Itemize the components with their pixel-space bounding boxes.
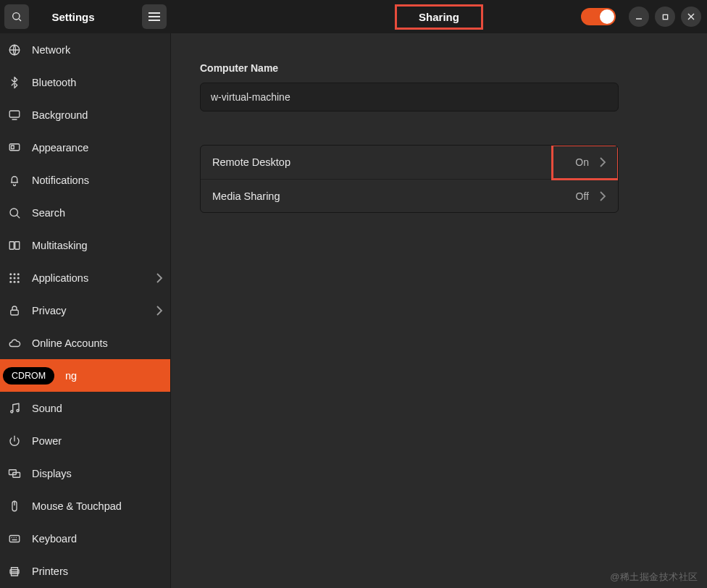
sidebar-item-privacy[interactable]: Privacy	[0, 294, 170, 327]
sidebar-item-label: Search	[32, 207, 65, 219]
bluetooth-icon	[7, 76, 22, 89]
sidebar-item-label: Sound	[32, 403, 62, 414]
minimize-button[interactable]	[629, 7, 649, 27]
svg-rect-4	[148, 20, 160, 21]
titlebar-right: Sharing	[171, 0, 707, 33]
sidebar-item-background[interactable]: Background	[0, 98, 170, 131]
search-icon	[7, 206, 22, 219]
printer-icon	[7, 565, 22, 578]
sidebar: NetworkBluetoothBackgroundAppearanceNoti…	[0, 33, 171, 588]
sidebar-item-label: ng	[65, 370, 77, 382]
computer-name-label: Computer Name	[200, 62, 678, 74]
chevron-right-icon	[599, 157, 606, 167]
sidebar-item-search[interactable]: Search	[0, 196, 170, 229]
content: Computer Name Remote DesktopOnMedia Shar…	[171, 33, 707, 588]
sidebar-item-displays[interactable]: Displays	[0, 457, 170, 490]
sidebar-item-notifications[interactable]: Notifications	[0, 164, 170, 196]
sidebar-item-online-accounts[interactable]: Online Accounts	[0, 327, 170, 359]
settings-title: Settings	[10, 11, 136, 23]
close-button[interactable]	[681, 7, 701, 27]
sidebar-item-multitasking[interactable]: Multitasking	[0, 229, 170, 261]
svg-point-18	[9, 273, 12, 275]
minimize-icon	[635, 13, 643, 20]
computer-name-field[interactable]	[200, 83, 619, 112]
page-title: Sharing	[395, 4, 483, 30]
svg-line-15	[17, 215, 19, 217]
svg-point-20	[17, 273, 20, 275]
hamburger-icon	[148, 12, 160, 22]
music-icon	[7, 402, 22, 415]
svg-rect-39	[9, 535, 20, 542]
svg-point-34	[17, 409, 19, 411]
svg-rect-10	[9, 111, 20, 117]
lock-icon	[7, 304, 22, 317]
power-icon	[7, 434, 22, 448]
svg-rect-2	[148, 12, 160, 14]
svg-point-26	[17, 280, 20, 282]
svg-point-24	[9, 280, 12, 282]
sidebar-item-label: Multitasking	[32, 240, 88, 251]
sidebar-item-appearance[interactable]: Appearance	[0, 131, 170, 164]
sharing-master-toggle[interactable]	[581, 8, 616, 25]
keyboard-icon	[7, 532, 22, 545]
sidebar-item-label: Bluetooth	[32, 77, 76, 88]
sharing-row-state: On	[575, 156, 589, 168]
sharing-row-state: Off	[576, 190, 589, 202]
display-icon	[7, 109, 22, 122]
maximize-icon	[662, 14, 669, 20]
sharing-row-label: Media Sharing	[212, 190, 280, 202]
svg-point-33	[11, 411, 13, 413]
sidebar-item-label: Displays	[32, 468, 72, 479]
sidebar-item-label: Privacy	[32, 305, 67, 316]
chevron-right-icon	[156, 273, 163, 283]
svg-rect-17	[15, 241, 20, 249]
sidebar-item-label: Power	[32, 435, 62, 447]
svg-point-19	[14, 273, 16, 275]
svg-point-23	[17, 277, 20, 279]
sidebar-item-label: Printers	[32, 566, 68, 577]
sidebar-item-label: Mouse & Touchpad	[32, 500, 122, 512]
displays-icon	[7, 467, 22, 480]
svg-rect-27	[11, 310, 19, 315]
maximize-button[interactable]	[655, 7, 675, 27]
sidebar-item-label: Background	[32, 109, 88, 121]
appearance-icon	[7, 141, 22, 154]
cdrom-tooltip: CDROM	[3, 367, 54, 385]
sidebar-item-sound[interactable]: Sound	[0, 392, 170, 424]
sidebar-item-network[interactable]: Network	[0, 33, 170, 66]
sidebar-item-bluetooth[interactable]: Bluetooth	[0, 66, 170, 98]
sidebar-item-printers[interactable]: Printers	[0, 555, 170, 587]
svg-rect-13	[12, 146, 14, 149]
titlebar: Settings Sharing	[0, 0, 707, 33]
grid-icon	[7, 272, 22, 285]
sidebar-item-sharing[interactable]: ngCDROM	[0, 359, 170, 392]
mouse-icon	[7, 500, 22, 513]
sharing-row-remote-desktop[interactable]: Remote DesktopOn	[201, 146, 618, 179]
svg-rect-3	[148, 16, 160, 17]
sidebar-item-label: Appearance	[32, 142, 88, 154]
titlebar-left: Settings	[0, 0, 171, 33]
sidebar-item-label: Keyboard	[32, 533, 77, 545]
cloud-icon	[7, 337, 22, 350]
svg-point-21	[9, 277, 12, 279]
bell-icon	[7, 174, 22, 187]
sidebar-item-label: Network	[32, 44, 70, 56]
svg-rect-6	[663, 14, 667, 19]
sharing-row-media-sharing[interactable]: Media SharingOff	[201, 179, 618, 212]
sidebar-item-keyboard[interactable]: Keyboard	[0, 522, 170, 555]
sharing-row-label: Remote Desktop	[212, 156, 290, 168]
chevron-right-icon	[156, 306, 163, 316]
watermark: @稀土掘金技术社区	[610, 571, 698, 584]
sidebar-item-mouse-touchpad[interactable]: Mouse & Touchpad	[0, 490, 170, 522]
sharing-options: Remote DesktopOnMedia SharingOff	[200, 145, 619, 213]
chevron-right-icon	[599, 191, 606, 201]
sidebar-item-power[interactable]: Power	[0, 424, 170, 457]
globe-icon	[7, 43, 22, 56]
window-controls	[581, 7, 707, 27]
body: NetworkBluetoothBackgroundAppearanceNoti…	[0, 33, 707, 588]
hamburger-button[interactable]	[142, 4, 167, 29]
settings-window: Settings Sharing	[0, 0, 707, 588]
sidebar-item-label: Applications	[32, 272, 88, 284]
sidebar-item-applications[interactable]: Applications	[0, 261, 170, 294]
sidebar-item-label: Notifications	[32, 175, 89, 186]
